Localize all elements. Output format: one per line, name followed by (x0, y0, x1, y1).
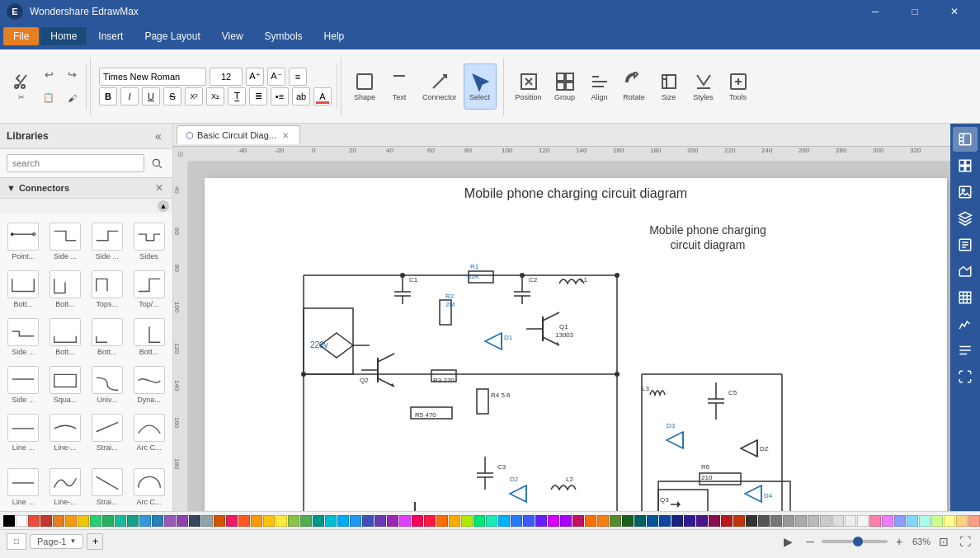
color-swatch[interactable] (28, 515, 40, 527)
rotate-button[interactable]: Rotate (618, 63, 651, 110)
font-size-input[interactable] (210, 68, 243, 86)
color-swatch[interactable] (288, 515, 299, 527)
connector-item[interactable]: Side ... (45, 218, 86, 265)
color-swatch[interactable] (362, 515, 374, 527)
connector-item[interactable]: Bott... (87, 314, 128, 360)
bold-button[interactable]: B (99, 87, 117, 106)
color-swatch[interactable] (597, 515, 609, 527)
connectors-section-header[interactable]: ▼ Connectors ✕ (0, 178, 172, 199)
color-swatch[interactable] (783, 515, 794, 527)
scroll-up-btn[interactable]: ▲ (158, 200, 169, 212)
color-swatch[interactable] (164, 515, 176, 527)
color-swatch[interactable] (449, 515, 460, 527)
align-button[interactable]: Align (583, 63, 616, 110)
color-swatch[interactable] (139, 515, 151, 527)
menu-item-file[interactable]: File (3, 27, 39, 45)
color-swatch[interactable] (337, 515, 349, 527)
color-swatch[interactable] (375, 515, 386, 527)
diagram-panel-button[interactable] (953, 127, 978, 152)
shapes-panel-button[interactable] (953, 153, 978, 178)
redo-button[interactable]: ↪ (61, 64, 82, 86)
font-size-increase[interactable]: A⁺ (246, 68, 264, 86)
color-swatch[interactable] (907, 515, 918, 527)
color-swatch[interactable] (758, 515, 770, 527)
color-swatch[interactable] (90, 515, 101, 527)
color-swatch[interactable] (486, 515, 497, 527)
fit-panel-button[interactable] (953, 364, 978, 389)
menu-item-insert[interactable]: Insert (88, 27, 133, 45)
color-swatch[interactable] (956, 515, 968, 527)
minimize-button[interactable]: ─ (856, 0, 894, 23)
connector-item[interactable]: Point... (3, 218, 44, 265)
position-button[interactable]: Position (511, 63, 547, 110)
color-swatch[interactable] (412, 515, 423, 527)
color-swatch[interactable] (931, 515, 943, 527)
color-swatch[interactable] (226, 515, 238, 527)
connector-item[interactable]: Sides (129, 218, 169, 265)
sidebar-collapse-button[interactable]: « (151, 129, 166, 143)
connector-item[interactable]: Tops... (87, 266, 128, 312)
zoom-in-button[interactable]: + (891, 533, 907, 550)
connector-item[interactable]: Bott... (45, 266, 86, 312)
connector-item[interactable]: Bott... (129, 314, 169, 360)
color-swatch[interactable] (535, 515, 547, 527)
font-name-input[interactable] (99, 68, 206, 86)
color-swatch[interactable] (511, 515, 522, 527)
color-swatch[interactable] (659, 515, 671, 527)
maximize-button[interactable]: □ (896, 0, 934, 23)
connector-button[interactable]: Connector (417, 63, 462, 110)
color-swatch[interactable] (622, 515, 634, 527)
connector-item[interactable]: Arc C... (129, 410, 169, 456)
fit-page-button[interactable]: ⊡ (935, 533, 952, 550)
copy-format-btn[interactable]: 🖌 (61, 87, 82, 109)
color-swatch[interactable] (882, 515, 893, 527)
connector-item[interactable]: Line-... (45, 410, 86, 456)
text-align-btn[interactable]: ≡ (289, 68, 307, 86)
connectors-close-button[interactable]: ✕ (153, 181, 166, 195)
connector-item[interactable]: Side ... (3, 362, 44, 408)
color-swatch[interactable] (548, 515, 559, 527)
color-swatch[interactable] (721, 515, 733, 527)
font-color-btn[interactable]: A (313, 87, 332, 106)
color-swatch[interactable] (857, 515, 869, 527)
color-swatch[interactable] (53, 515, 64, 527)
color-swatch[interactable] (808, 515, 819, 527)
connector-item[interactable]: Side ... (87, 218, 128, 265)
color-swatch[interactable] (102, 515, 114, 527)
subscript-button[interactable]: X₂ (206, 87, 224, 106)
color-swatch[interactable] (832, 515, 844, 527)
color-swatch[interactable] (572, 515, 584, 527)
color-swatch[interactable] (424, 515, 436, 527)
connector-item[interactable]: Dyna... (129, 362, 169, 408)
color-swatch[interactable] (214, 515, 225, 527)
menu-item-home[interactable]: Home (40, 27, 87, 45)
tools-button[interactable]: Tools (722, 63, 755, 110)
color-swatch[interactable] (115, 515, 126, 527)
undo-button[interactable]: ↩ (38, 64, 59, 86)
color-swatch[interactable] (968, 515, 980, 527)
text-button[interactable]: Text (383, 63, 416, 110)
format-panel-button[interactable] (953, 338, 978, 363)
font-size-decrease[interactable]: A⁻ (267, 68, 285, 86)
zoom-out-button[interactable]: ─ (802, 533, 818, 550)
color-swatch[interactable] (152, 515, 163, 527)
color-swatch[interactable] (189, 515, 200, 527)
menu-item-help[interactable]: Help (314, 27, 355, 45)
color-swatch[interactable] (78, 515, 89, 527)
connector-item[interactable]: Squa... (45, 362, 86, 408)
italic-button[interactable]: I (120, 87, 139, 106)
menu-item-view[interactable]: View (212, 27, 253, 45)
color-swatch[interactable] (436, 515, 448, 527)
color-swatch[interactable] (770, 515, 782, 527)
analytics-panel-button[interactable] (953, 312, 978, 336)
connector-item[interactable]: Top/... (129, 266, 169, 312)
color-swatch[interactable] (795, 515, 807, 527)
list-btn[interactable]: ≣ (249, 87, 267, 106)
connector-item-extra[interactable]: Line ... (3, 464, 44, 510)
table-panel-button[interactable] (953, 285, 978, 310)
color-swatch[interactable] (845, 515, 856, 527)
chart-panel-button[interactable] (953, 259, 978, 284)
cut-button[interactable]: ✂ (7, 63, 36, 110)
color-swatch[interactable] (709, 515, 720, 527)
size-button[interactable]: Size (653, 63, 686, 110)
